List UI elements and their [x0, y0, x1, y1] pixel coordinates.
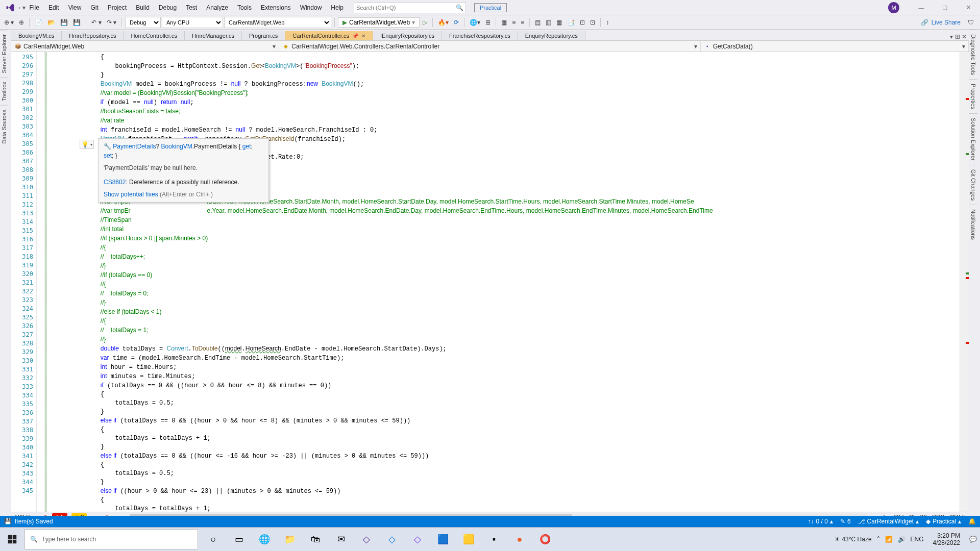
rail-toolbox[interactable]: Toolbox [0, 77, 8, 105]
wifi-icon[interactable]: 📶 [885, 536, 893, 543]
tooltip-showfixes[interactable]: Show potential fixes [104, 191, 158, 198]
cortana-icon[interactable]: ○ [201, 528, 226, 552]
menu-view[interactable]: View [64, 2, 86, 13]
minimize-button[interactable]: — [910, 0, 933, 15]
doc-tab[interactable]: HomeController.cs [124, 31, 184, 40]
tab-tools[interactable]: ▾ ⊞ ✕ [948, 33, 969, 40]
maximize-button[interactable]: ▢ [933, 0, 957, 15]
rail-server-explorer[interactable]: Server Explorer [0, 30, 8, 77]
tool-icon[interactable]: ▤ [533, 18, 543, 27]
menu-extensions[interactable]: Extensions [257, 2, 295, 13]
menu-tools[interactable]: Tools [233, 2, 256, 13]
doc-tab[interactable]: CarRentalController.cs 📌 ✕ [285, 31, 373, 40]
menu-file[interactable]: File [26, 2, 43, 13]
start-no-debug-icon[interactable]: ▷ [421, 18, 429, 27]
nav-dropdown-icon[interactable]: ⊕ ▾ [2, 18, 16, 27]
nav-member[interactable]: ▪ GetCarsData() ▾ [701, 41, 969, 52]
hot-reload-icon[interactable]: 🔥▾ [436, 18, 451, 27]
notifications-icon[interactable]: 💬 [969, 536, 977, 543]
tool-icon[interactable]: ▥ [544, 18, 553, 27]
bookmark-icon[interactable]: 📑 [565, 18, 577, 27]
app-icon[interactable]: ◇ [405, 528, 430, 552]
changes-indicator[interactable]: ✎ 6 [840, 518, 851, 525]
track-map[interactable] [960, 52, 969, 512]
menu-analyze[interactable]: Analyze [202, 2, 232, 13]
app-icon[interactable]: 🟨 [456, 528, 481, 552]
app-icon[interactable]: 🟦 [431, 528, 455, 552]
mail-icon[interactable]: ✉ [329, 528, 353, 552]
restart-icon[interactable]: ⟳ [452, 18, 461, 27]
back-forward-icon[interactable]: ◦ ▾ [18, 4, 26, 11]
menu-debug[interactable]: Debug [155, 2, 181, 13]
start-debug-button[interactable]: ▶ CarRentalWidget.Web ▾ [338, 17, 420, 28]
vs-icon[interactable]: ◇ [354, 528, 379, 552]
lightbulb-icon[interactable]: 💡 [80, 140, 94, 149]
code-content[interactable]: { bookingProcess = HttpContext.Session.G… [45, 52, 960, 512]
store-icon[interactable]: 🛍 [303, 528, 328, 552]
admin-icon[interactable]: 🛡 [968, 19, 974, 26]
menu-project[interactable]: Project [104, 2, 131, 13]
nav-project[interactable]: 📦 CarRentalWidget.Web ▾ [11, 41, 279, 52]
tool-icon[interactable]: ↕ [604, 18, 611, 27]
taskview-icon[interactable]: ▭ [227, 528, 251, 552]
open-icon[interactable]: 📂 [45, 18, 57, 27]
tool-icon[interactable]: ⊡ [588, 18, 597, 27]
menu-build[interactable]: Build [132, 2, 154, 13]
close-button[interactable]: ✕ [957, 0, 980, 15]
quick-search[interactable]: 🔍 [354, 2, 466, 13]
tool-icon[interactable]: ≡ [510, 18, 518, 27]
edge-icon[interactable]: 🌐 [252, 528, 277, 552]
doc-tab[interactable]: Program.cs [242, 31, 285, 40]
tool-icon[interactable]: ▦ [499, 18, 509, 27]
terminal-icon[interactable]: ▪ [482, 528, 506, 552]
menu-test[interactable]: Test [182, 2, 201, 13]
vscode-icon[interactable]: ◇ [380, 528, 404, 552]
solution-config[interactable]: Debug [125, 17, 161, 28]
chrome-icon[interactable]: ⭕ [533, 528, 557, 552]
doc-tab[interactable]: HmrcRepository.cs [62, 31, 124, 40]
tool-icon[interactable]: ⊡ [578, 18, 587, 27]
rail-data-sources[interactable]: Data Sources [0, 105, 8, 148]
tool-icon[interactable]: ⊞ [483, 18, 493, 27]
browser-link-icon[interactable]: 🌐▾ [468, 18, 482, 27]
repo-indicator[interactable]: ⎇ CarRentalWidget ▴ [858, 518, 919, 525]
redo-icon[interactable]: ↷ ▾ [105, 18, 118, 27]
volume-icon[interactable]: 🔊 [898, 536, 905, 543]
doc-tab[interactable]: FranchiseRespository.cs [442, 31, 518, 40]
bell-icon[interactable]: 🔔 [968, 518, 976, 525]
rail-diagnostic[interactable]: Diagnostic Tools [969, 30, 977, 79]
user-avatar[interactable]: M [888, 2, 899, 13]
close-icon[interactable]: ✕ [361, 33, 365, 39]
menu-git[interactable]: Git [86, 2, 102, 13]
menu-help[interactable]: Help [327, 2, 348, 13]
doc-tab[interactable]: EnquiryRepository.cs [518, 31, 585, 40]
tray-chevron-icon[interactable]: ˄ [877, 536, 880, 543]
tool-icon[interactable]: ≡ [519, 18, 526, 27]
postman-icon[interactable]: ● [507, 528, 532, 552]
doc-tab[interactable]: HmrcManager.cs [185, 31, 242, 40]
menu-window[interactable]: Window [296, 2, 326, 13]
tool-icon[interactable]: ▦ [554, 18, 564, 27]
open-dropdown-icon[interactable]: ⊕ [17, 18, 26, 27]
nav-scope[interactable]: ◆ CarRentalWidget.Web.Controllers.CarRen… [279, 41, 700, 52]
undo-icon[interactable]: ↶ ▾ [89, 18, 103, 27]
tooltip-errcode[interactable]: CS8602 [104, 179, 126, 186]
doc-tab[interactable]: BookingVM.cs [11, 31, 62, 40]
start-button[interactable] [0, 528, 24, 552]
explorer-icon[interactable]: 📁 [278, 528, 302, 552]
taskbar-clock[interactable]: 3:20 PM 4/28/2022 [929, 532, 964, 546]
rail-properties[interactable]: Properties [969, 79, 977, 113]
taskbar-search[interactable]: 🔍 Type here to search [24, 529, 198, 549]
sync-indicator[interactable]: ↑↓ 0 / 0 ▴ [808, 518, 833, 525]
rail-notifications[interactable]: Notifications [969, 205, 977, 244]
weather-widget[interactable]: ☀ 43°C Haze [835, 536, 872, 543]
branch-indicator[interactable]: ◆ Practical ▴ [926, 518, 961, 525]
rail-git-changes[interactable]: Git Changes [969, 165, 977, 205]
solution-platform[interactable]: Any CPU [162, 17, 223, 28]
quick-search-input[interactable] [356, 5, 456, 11]
menu-edit[interactable]: Edit [44, 2, 63, 13]
saveall-icon[interactable]: 💾 [71, 18, 83, 27]
lang-indicator[interactable]: ENG [911, 536, 924, 543]
save-icon[interactable]: 💾 [58, 18, 70, 27]
new-icon[interactable]: 📄 [33, 18, 44, 27]
